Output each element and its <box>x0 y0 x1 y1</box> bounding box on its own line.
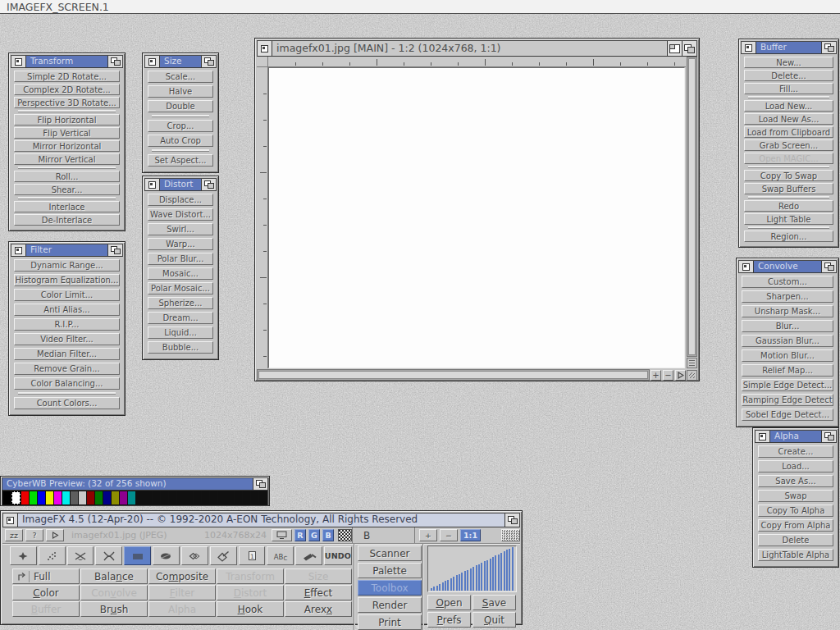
vertical-scrollbar-thumb[interactable] <box>688 58 696 355</box>
palette-button[interactable]: Palette <box>358 563 422 578</box>
histogram-equalization-button[interactable]: Histogram Equalization... <box>14 274 120 286</box>
transform-panel-titlebar[interactable]: Transform <box>11 55 123 68</box>
new-button[interactable]: New... <box>744 57 833 68</box>
vscroll-end-gadget[interactable] <box>687 358 697 368</box>
swirl-button[interactable]: Swirl... <box>148 223 213 235</box>
screen-mode-button[interactable] <box>272 529 292 541</box>
rect-tool-button[interactable] <box>124 546 151 565</box>
channel-b-button[interactable]: B <box>322 529 334 541</box>
color-swatch[interactable] <box>177 491 185 504</box>
depth-gadget[interactable] <box>107 56 122 67</box>
color-swatch[interactable] <box>62 491 70 504</box>
size-panel-titlebar[interactable]: Size <box>144 55 217 68</box>
vertical-scrollbar[interactable] <box>687 57 697 357</box>
dream-button[interactable]: Dream... <box>148 312 213 324</box>
view-zoom-out-button[interactable]: − <box>440 529 458 541</box>
scanner-button[interactable]: Scanner <box>358 546 422 561</box>
color-swatch[interactable] <box>95 491 103 504</box>
delete-button[interactable]: Delete... <box>744 70 833 81</box>
horizontal-scrollbar[interactable] <box>257 369 650 381</box>
close-gadget[interactable] <box>756 431 770 442</box>
blur-button[interactable]: Blur... <box>742 320 833 332</box>
color-swatch[interactable] <box>210 491 217 504</box>
color-limit-button[interactable]: Color Limit... <box>14 289 120 301</box>
close-gadget[interactable] <box>11 244 26 256</box>
convolve-panel-titlebar[interactable]: Convolve <box>738 260 837 273</box>
color-swatch[interactable] <box>11 491 21 504</box>
channel-g-button[interactable]: G <box>308 529 320 541</box>
set-aspect-button[interactable]: Set Aspect... <box>148 154 213 167</box>
close-gadget[interactable] <box>258 41 272 56</box>
zoom-out-button[interactable]: − <box>663 370 673 381</box>
halve-button[interactable]: Halve <box>148 85 213 98</box>
zoom-in-button[interactable]: + <box>651 370 661 381</box>
color-swatch[interactable] <box>128 491 135 504</box>
grab-screen-button[interactable]: Grab Screen... <box>744 139 833 151</box>
flip-horizontal-button[interactable]: Flip Horizontal <box>14 114 120 126</box>
alpha-panel-titlebar[interactable]: Alpha <box>755 430 837 443</box>
print-button[interactable]: Print <box>358 614 422 630</box>
color-swatch[interactable] <box>3 491 11 504</box>
auto-crop-button[interactable]: Auto Crop <box>148 135 213 147</box>
polar-blur-button[interactable]: Polar Blur... <box>148 253 213 265</box>
c-olor-button[interactable]: Color <box>12 585 80 600</box>
color-swatch[interactable] <box>103 491 111 504</box>
undo-tool-button[interactable]: UNDO <box>324 546 352 565</box>
create-button[interactable]: Create... <box>758 445 833 458</box>
region-button[interactable]: Region... <box>744 231 833 242</box>
color-swatch[interactable] <box>153 491 160 504</box>
crop-button[interactable]: Crop... <box>148 120 213 132</box>
save-as-button[interactable]: Save As... <box>758 475 833 487</box>
distort-panel-titlebar[interactable]: Distort <box>144 178 217 191</box>
swap-button[interactable]: Swap <box>758 490 833 502</box>
mosaic-button[interactable]: Mosaic... <box>148 267 213 280</box>
fill-button[interactable]: Fill... <box>744 83 833 94</box>
light-table-button[interactable]: Light Table <box>744 213 833 225</box>
color-swatch[interactable] <box>112 491 119 504</box>
copy-from-alpha-button[interactable]: Copy From Alpha <box>758 519 833 532</box>
depth-gadget[interactable] <box>821 261 836 272</box>
color-swatch[interactable] <box>120 491 127 504</box>
o-pen-button[interactable]: Open <box>427 595 471 610</box>
color-swatch[interactable] <box>87 491 94 504</box>
crop-tool-button[interactable] <box>67 546 94 565</box>
flip-vertical-button[interactable]: Flip Vertical <box>14 127 120 139</box>
bala-n-ce-button[interactable]: Balance <box>80 568 148 584</box>
depth-gadget[interactable] <box>201 56 216 67</box>
color-swatch[interactable] <box>185 491 193 504</box>
delete-button[interactable]: Delete <box>758 534 833 546</box>
color-swatch[interactable] <box>259 491 267 504</box>
displace-button[interactable]: Displace... <box>148 194 213 206</box>
bubble-button[interactable]: Bubble... <box>148 341 213 354</box>
spray-tool-button[interactable] <box>39 546 66 565</box>
full-button[interactable]: Full <box>12 568 80 584</box>
one-to-one-button[interactable]: 1:1 <box>460 529 481 541</box>
horizontal-scrollbar-thumb[interactable] <box>258 371 648 379</box>
toolbox-button[interactable]: Toolbox <box>358 580 422 596</box>
perspective-3d-rotate-button[interactable]: Perspective 3D Rotate... <box>14 97 120 108</box>
color-balancing-button[interactable]: Color Balancing... <box>14 377 120 390</box>
color-swatch[interactable] <box>46 491 53 504</box>
motion-blur-button[interactable]: Motion Blur... <box>742 349 833 362</box>
interlace-button[interactable]: Interlace <box>14 201 120 212</box>
de-interlace-button[interactable]: De-Interlace <box>14 214 120 226</box>
channel-r-button[interactable]: R <box>294 529 306 541</box>
clipboard-tool-button[interactable]: 1 <box>239 546 266 565</box>
play-macro-button[interactable] <box>46 529 64 541</box>
depth-gadget[interactable] <box>821 42 836 53</box>
count-colors-button[interactable]: Count Colors... <box>14 397 120 409</box>
load-new-button[interactable]: Load New... <box>744 100 833 112</box>
polygon-tool-button[interactable] <box>181 546 208 565</box>
p-refs-button[interactable]: Prefs <box>427 612 471 628</box>
ramping-edge-detect-button[interactable]: Ramping Edge Detect <box>742 394 833 406</box>
simple-edge-detect-button[interactable]: Simple Edge Detect... <box>742 379 833 391</box>
load-from-clipboard-button[interactable]: Load from Clipboard <box>744 126 833 138</box>
copy-to-swap-button[interactable]: Copy To Swap <box>744 170 833 181</box>
screen-titlebar[interactable]: IMAGEFX_SCREEN.1 <box>0 0 840 14</box>
depth-gadget[interactable] <box>504 514 519 527</box>
depth-gadget[interactable] <box>682 41 696 56</box>
relief-map-button[interactable]: Relief Map... <box>742 364 833 377</box>
wave-distort-button[interactable]: Wave Distort... <box>148 208 213 221</box>
color-swatch[interactable] <box>235 491 242 504</box>
gaussian-blur-button[interactable]: Gaussian Blur... <box>742 335 833 347</box>
